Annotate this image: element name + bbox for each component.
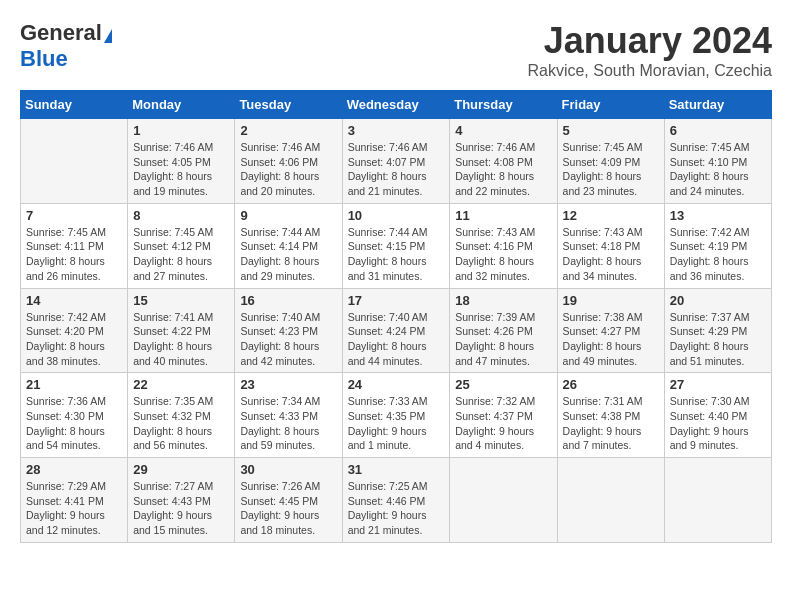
- day-cell: 24Sunrise: 7:33 AM Sunset: 4:35 PM Dayli…: [342, 373, 450, 458]
- day-cell: 8Sunrise: 7:45 AM Sunset: 4:12 PM Daylig…: [128, 203, 235, 288]
- day-cell: 7Sunrise: 7:45 AM Sunset: 4:11 PM Daylig…: [21, 203, 128, 288]
- day-number: 17: [348, 293, 445, 308]
- day-info: Sunrise: 7:46 AM Sunset: 4:06 PM Dayligh…: [240, 140, 336, 199]
- logo-general: General: [20, 20, 102, 45]
- week-row-1: 1Sunrise: 7:46 AM Sunset: 4:05 PM Daylig…: [21, 119, 772, 204]
- day-cell: 28Sunrise: 7:29 AM Sunset: 4:41 PM Dayli…: [21, 458, 128, 543]
- day-cell: [664, 458, 771, 543]
- day-number: 12: [563, 208, 659, 223]
- day-info: Sunrise: 7:46 AM Sunset: 4:08 PM Dayligh…: [455, 140, 551, 199]
- logo: General Blue: [20, 20, 112, 72]
- day-cell: 26Sunrise: 7:31 AM Sunset: 4:38 PM Dayli…: [557, 373, 664, 458]
- day-number: 28: [26, 462, 122, 477]
- day-number: 7: [26, 208, 122, 223]
- day-cell: 25Sunrise: 7:32 AM Sunset: 4:37 PM Dayli…: [450, 373, 557, 458]
- day-info: Sunrise: 7:25 AM Sunset: 4:46 PM Dayligh…: [348, 479, 445, 538]
- day-number: 11: [455, 208, 551, 223]
- day-cell: 13Sunrise: 7:42 AM Sunset: 4:19 PM Dayli…: [664, 203, 771, 288]
- day-cell: 6Sunrise: 7:45 AM Sunset: 4:10 PM Daylig…: [664, 119, 771, 204]
- day-info: Sunrise: 7:31 AM Sunset: 4:38 PM Dayligh…: [563, 394, 659, 453]
- day-cell: 23Sunrise: 7:34 AM Sunset: 4:33 PM Dayli…: [235, 373, 342, 458]
- day-info: Sunrise: 7:40 AM Sunset: 4:23 PM Dayligh…: [240, 310, 336, 369]
- header-cell-tuesday: Tuesday: [235, 91, 342, 119]
- day-cell: [450, 458, 557, 543]
- day-number: 6: [670, 123, 766, 138]
- day-number: 19: [563, 293, 659, 308]
- day-info: Sunrise: 7:34 AM Sunset: 4:33 PM Dayligh…: [240, 394, 336, 453]
- day-info: Sunrise: 7:45 AM Sunset: 4:10 PM Dayligh…: [670, 140, 766, 199]
- day-cell: [21, 119, 128, 204]
- week-row-2: 7Sunrise: 7:45 AM Sunset: 4:11 PM Daylig…: [21, 203, 772, 288]
- day-cell: 30Sunrise: 7:26 AM Sunset: 4:45 PM Dayli…: [235, 458, 342, 543]
- calendar-subtitle: Rakvice, South Moravian, Czechia: [527, 62, 772, 80]
- day-cell: 16Sunrise: 7:40 AM Sunset: 4:23 PM Dayli…: [235, 288, 342, 373]
- day-number: 31: [348, 462, 445, 477]
- day-cell: [557, 458, 664, 543]
- day-cell: 20Sunrise: 7:37 AM Sunset: 4:29 PM Dayli…: [664, 288, 771, 373]
- day-cell: 12Sunrise: 7:43 AM Sunset: 4:18 PM Dayli…: [557, 203, 664, 288]
- calendar-table: SundayMondayTuesdayWednesdayThursdayFrid…: [20, 90, 772, 543]
- day-info: Sunrise: 7:39 AM Sunset: 4:26 PM Dayligh…: [455, 310, 551, 369]
- day-number: 21: [26, 377, 122, 392]
- day-number: 2: [240, 123, 336, 138]
- day-info: Sunrise: 7:26 AM Sunset: 4:45 PM Dayligh…: [240, 479, 336, 538]
- day-info: Sunrise: 7:44 AM Sunset: 4:14 PM Dayligh…: [240, 225, 336, 284]
- day-number: 20: [670, 293, 766, 308]
- day-info: Sunrise: 7:40 AM Sunset: 4:24 PM Dayligh…: [348, 310, 445, 369]
- day-number: 25: [455, 377, 551, 392]
- day-cell: 15Sunrise: 7:41 AM Sunset: 4:22 PM Dayli…: [128, 288, 235, 373]
- day-info: Sunrise: 7:33 AM Sunset: 4:35 PM Dayligh…: [348, 394, 445, 453]
- header-cell-sunday: Sunday: [21, 91, 128, 119]
- day-info: Sunrise: 7:36 AM Sunset: 4:30 PM Dayligh…: [26, 394, 122, 453]
- week-row-5: 28Sunrise: 7:29 AM Sunset: 4:41 PM Dayli…: [21, 458, 772, 543]
- day-number: 15: [133, 293, 229, 308]
- week-row-3: 14Sunrise: 7:42 AM Sunset: 4:20 PM Dayli…: [21, 288, 772, 373]
- day-number: 10: [348, 208, 445, 223]
- day-info: Sunrise: 7:30 AM Sunset: 4:40 PM Dayligh…: [670, 394, 766, 453]
- day-number: 18: [455, 293, 551, 308]
- day-cell: 4Sunrise: 7:46 AM Sunset: 4:08 PM Daylig…: [450, 119, 557, 204]
- day-cell: 11Sunrise: 7:43 AM Sunset: 4:16 PM Dayli…: [450, 203, 557, 288]
- day-number: 8: [133, 208, 229, 223]
- header-cell-saturday: Saturday: [664, 91, 771, 119]
- day-cell: 1Sunrise: 7:46 AM Sunset: 4:05 PM Daylig…: [128, 119, 235, 204]
- day-number: 13: [670, 208, 766, 223]
- day-number: 24: [348, 377, 445, 392]
- day-info: Sunrise: 7:38 AM Sunset: 4:27 PM Dayligh…: [563, 310, 659, 369]
- day-cell: 31Sunrise: 7:25 AM Sunset: 4:46 PM Dayli…: [342, 458, 450, 543]
- header-cell-thursday: Thursday: [450, 91, 557, 119]
- day-info: Sunrise: 7:45 AM Sunset: 4:09 PM Dayligh…: [563, 140, 659, 199]
- header-cell-friday: Friday: [557, 91, 664, 119]
- day-info: Sunrise: 7:43 AM Sunset: 4:18 PM Dayligh…: [563, 225, 659, 284]
- day-info: Sunrise: 7:37 AM Sunset: 4:29 PM Dayligh…: [670, 310, 766, 369]
- week-row-4: 21Sunrise: 7:36 AM Sunset: 4:30 PM Dayli…: [21, 373, 772, 458]
- day-info: Sunrise: 7:42 AM Sunset: 4:20 PM Dayligh…: [26, 310, 122, 369]
- day-info: Sunrise: 7:44 AM Sunset: 4:15 PM Dayligh…: [348, 225, 445, 284]
- day-cell: 22Sunrise: 7:35 AM Sunset: 4:32 PM Dayli…: [128, 373, 235, 458]
- day-info: Sunrise: 7:41 AM Sunset: 4:22 PM Dayligh…: [133, 310, 229, 369]
- header-row: SundayMondayTuesdayWednesdayThursdayFrid…: [21, 91, 772, 119]
- logo-icon: [104, 29, 112, 43]
- day-cell: 18Sunrise: 7:39 AM Sunset: 4:26 PM Dayli…: [450, 288, 557, 373]
- day-cell: 2Sunrise: 7:46 AM Sunset: 4:06 PM Daylig…: [235, 119, 342, 204]
- day-number: 9: [240, 208, 336, 223]
- logo-blue: Blue: [20, 46, 68, 71]
- day-number: 16: [240, 293, 336, 308]
- day-info: Sunrise: 7:43 AM Sunset: 4:16 PM Dayligh…: [455, 225, 551, 284]
- day-number: 23: [240, 377, 336, 392]
- day-info: Sunrise: 7:46 AM Sunset: 4:07 PM Dayligh…: [348, 140, 445, 199]
- day-cell: 21Sunrise: 7:36 AM Sunset: 4:30 PM Dayli…: [21, 373, 128, 458]
- day-number: 27: [670, 377, 766, 392]
- day-number: 14: [26, 293, 122, 308]
- day-cell: 5Sunrise: 7:45 AM Sunset: 4:09 PM Daylig…: [557, 119, 664, 204]
- calendar-title: January 2024: [527, 20, 772, 62]
- day-number: 30: [240, 462, 336, 477]
- day-cell: 19Sunrise: 7:38 AM Sunset: 4:27 PM Dayli…: [557, 288, 664, 373]
- day-cell: 14Sunrise: 7:42 AM Sunset: 4:20 PM Dayli…: [21, 288, 128, 373]
- header-cell-wednesday: Wednesday: [342, 91, 450, 119]
- day-info: Sunrise: 7:42 AM Sunset: 4:19 PM Dayligh…: [670, 225, 766, 284]
- day-number: 1: [133, 123, 229, 138]
- day-info: Sunrise: 7:29 AM Sunset: 4:41 PM Dayligh…: [26, 479, 122, 538]
- day-cell: 17Sunrise: 7:40 AM Sunset: 4:24 PM Dayli…: [342, 288, 450, 373]
- day-info: Sunrise: 7:27 AM Sunset: 4:43 PM Dayligh…: [133, 479, 229, 538]
